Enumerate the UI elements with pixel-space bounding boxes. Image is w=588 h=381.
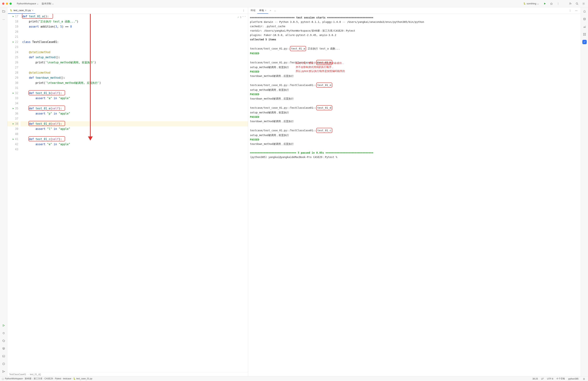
run-gutter-icon[interactable]: ▶: [13, 39, 14, 45]
run-gutter-icon[interactable]: ▶: [13, 106, 14, 111]
code-line[interactable]: @staticmethod: [21, 70, 248, 75]
minimize-window-button[interactable]: [6, 2, 8, 5]
add-tab-button[interactable]: +: [268, 9, 273, 12]
breadcrumb-item[interactable]: TestClassCase01: [9, 373, 26, 376]
code-line[interactable]: class TestClassCase01:: [21, 39, 248, 45]
run-gutter-icon[interactable]: ▶: [13, 91, 14, 96]
debug-tool-button[interactable]: [1, 331, 6, 335]
code-line[interactable]: print('\nteardown_method被调用, 后置执行'): [21, 80, 248, 85]
interpreter[interactable]: python385: [568, 378, 579, 380]
more-actions-button[interactable]: ⋮: [556, 1, 560, 6]
svg-point-1: [570, 2, 571, 3]
code-line[interactable]: [21, 147, 248, 152]
code-line[interactable]: print("正在执行 test_a 函数..."): [21, 19, 248, 24]
terminal-tab-label: 终端: [251, 9, 255, 12]
gutter-line: 33: [7, 96, 19, 101]
code-line[interactable]: assert "p" in "apple": [21, 111, 248, 116]
run-tool-button[interactable]: [1, 323, 6, 328]
code-line[interactable]: [21, 34, 248, 39]
tab-more-button[interactable]: ⋮: [241, 8, 246, 13]
terminal-output[interactable]: 由此可见，更改了测试用例函数的命成功， 并不会影响测试用例的执行顺序， 所以 p…: [248, 14, 581, 376]
settings-button[interactable]: [581, 1, 586, 6]
svg-rect-14: [585, 35, 586, 36]
terminal-line: plugins: Faker-18.9.0, allure-pytest-2.9…: [250, 33, 579, 37]
close-tab-button[interactable]: ×: [265, 9, 266, 12]
project-dropdown[interactable]: PythonWorkspace ⌄: [15, 1, 40, 6]
structure-button[interactable]: [582, 32, 587, 37]
terminal-line: (python385) yangkai@yangkaideMacBook-Pro…: [250, 155, 579, 159]
annotation-text: 由此可见，更改了测试用例函数的命成功， 并不会影响测试用例的执行顺序， 所以 p…: [296, 61, 345, 73]
lock-icon[interactable]: [582, 377, 586, 381]
run-gutter-icon[interactable]: ▶: [13, 121, 14, 126]
database-button[interactable]: [582, 17, 587, 21]
code-line[interactable]: [21, 116, 248, 121]
breadcrumb-item[interactable]: test_01_d(): [30, 373, 41, 376]
code-line[interactable]: [21, 132, 248, 137]
local-tab[interactable]: 本地 ×: [257, 7, 268, 14]
minimize-panel-button[interactable]: —: [574, 8, 579, 13]
vcs-dropdown[interactable]: 版本控制 ⌄: [40, 1, 55, 6]
code-line[interactable]: [21, 85, 248, 91]
status-crumb[interactable]: 第49课：第三方库: [25, 377, 42, 380]
code-line[interactable]: def teardown_method():: [21, 75, 248, 80]
run-config-name: somthing: [526, 2, 536, 5]
close-tab-button[interactable]: ×: [32, 9, 33, 12]
code-line[interactable]: def test_01_c(self):: [21, 137, 248, 142]
maximize-window-button[interactable]: [9, 2, 12, 5]
code-line[interactable]: [21, 101, 248, 106]
code-line[interactable]: [21, 29, 248, 34]
status-crumb[interactable]: PythonWorkspace: [5, 377, 23, 380]
ai-assistant-button[interactable]: [582, 40, 587, 44]
code-line[interactable]: assert "e" in "apple": [21, 142, 248, 147]
code-line[interactable]: def test_01_b(self):: [21, 91, 248, 96]
status-crumb[interactable]: 🐍 test_case_01.py: [73, 377, 92, 380]
cursor-position[interactable]: 38:25: [532, 378, 538, 380]
editor-tab[interactable]: 🐍 test_case_01.py ×: [8, 7, 35, 14]
code-line[interactable]: def setup_method():: [21, 55, 248, 60]
gutter-line: 27: [7, 65, 19, 70]
code-line[interactable]: assert addition(3, 5) == 8: [21, 24, 248, 29]
run-config-dropdown[interactable]: 🐍 somthing ⌄: [522, 1, 541, 6]
code-line[interactable]: assert "l" in "apple": [21, 126, 248, 132]
code-with-me-button[interactable]: [568, 1, 573, 6]
code-line[interactable]: @staticmethod: [21, 50, 248, 55]
file-encoding[interactable]: UTF-8: [547, 378, 553, 380]
run-gutter-icon[interactable]: ▶: [13, 137, 14, 142]
run-button[interactable]: [543, 1, 547, 6]
code-line[interactable]: print('\nsetup_method被调用, 前置执行'): [21, 60, 248, 65]
chevron-down-icon: ⌄: [537, 2, 539, 5]
terminal-more-button[interactable]: ⋮: [568, 8, 572, 13]
debug-button[interactable]: [549, 1, 554, 6]
code-line[interactable]: def test_01_a():: [21, 14, 248, 19]
terminal-line: [250, 123, 579, 128]
gutter-line: 34: [7, 101, 19, 106]
indent-setting[interactable]: 4 个空格: [557, 377, 565, 380]
problems-button[interactable]: [1, 362, 6, 366]
terminal-tab[interactable]: 终端: [249, 7, 257, 14]
search-button[interactable]: [575, 1, 579, 6]
code-line[interactable]: def test_01_d(self):: [21, 121, 248, 126]
notifications-button[interactable]: [582, 9, 587, 14]
close-window-button[interactable]: [2, 2, 4, 5]
tab-dropdown-button[interactable]: ⌄: [273, 9, 277, 12]
code-line[interactable]: def test_01_e(self):: [21, 106, 248, 111]
code-line[interactable]: [21, 45, 248, 50]
gutter-line: 37: [7, 116, 19, 121]
status-crumb[interactable]: CASE29：Pytest: [44, 377, 61, 380]
status-crumb[interactable]: testcase: [63, 377, 71, 380]
python-console-button[interactable]: [1, 339, 6, 343]
code-editor[interactable]: ▶1718192021▶22232425262728293031▶323334▶…: [7, 14, 248, 372]
gutter-line: ▶22: [7, 39, 19, 45]
code-line[interactable]: assert "a" in "apple": [21, 96, 248, 101]
project-tool-button[interactable]: [1, 9, 6, 14]
run-gutter-icon[interactable]: ▶: [13, 14, 14, 19]
inspection-widget[interactable]: ✓ 1 ˄ ˅: [238, 15, 246, 20]
terminal-tool-button[interactable]: [1, 354, 6, 358]
gutter-line: 31: [7, 85, 19, 91]
line-separator[interactable]: LF: [541, 378, 544, 380]
more-tools-button[interactable]: ⋯: [1, 17, 6, 21]
sciview-button[interactable]: [582, 24, 587, 29]
vcs-tool-button[interactable]: [1, 369, 6, 374]
code-line[interactable]: [21, 65, 248, 70]
services-button[interactable]: [1, 346, 6, 351]
